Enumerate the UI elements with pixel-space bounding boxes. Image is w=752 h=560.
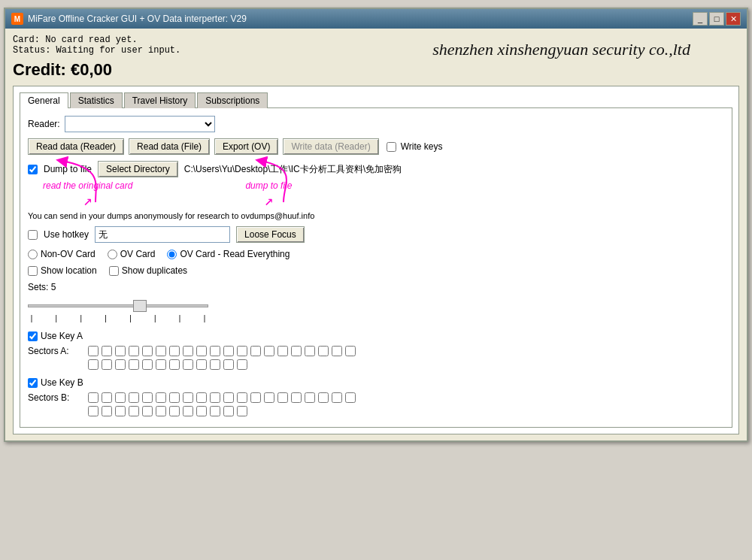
sector-b-10[interactable]: [210, 392, 220, 403]
sector-a-25[interactable]: [142, 359, 153, 370]
sector-b-3[interactable]: [115, 392, 126, 403]
sector-a-24[interactable]: [129, 359, 139, 370]
sector-a-27[interactable]: [169, 359, 180, 370]
sector-b-11[interactable]: [223, 392, 234, 403]
sector-b-20[interactable]: [345, 392, 356, 403]
sector-b-25[interactable]: [142, 406, 153, 416]
sector-b-29[interactable]: [196, 406, 207, 416]
tab-general[interactable]: General: [20, 92, 68, 108]
sector-b-31[interactable]: [223, 406, 234, 416]
hotkey-input[interactable]: 无: [95, 226, 230, 243]
sector-b-8[interactable]: [183, 392, 193, 403]
radio-non-ov: Non-OV Card: [28, 249, 96, 259]
show-location-checkbox[interactable]: [28, 266, 38, 276]
read-data-file-button[interactable]: Read data (File): [129, 138, 210, 155]
show-location-label: Show location: [41, 265, 97, 276]
show-duplicates-checkbox[interactable]: [109, 266, 119, 276]
sector-a-29[interactable]: [196, 359, 207, 370]
sector-a-17[interactable]: [305, 346, 315, 356]
sector-a-8[interactable]: [183, 346, 193, 356]
directory-path: C:\Users\Yu\Desktop\工作\IC卡分析工具资料\免加密狗: [184, 163, 402, 176]
sector-b-22[interactable]: [102, 406, 112, 416]
write-data-reader-button[interactable]: Write data (Reader): [283, 138, 378, 155]
sector-a-11[interactable]: [223, 346, 234, 356]
sector-a-14[interactable]: [264, 346, 274, 356]
sector-b-15[interactable]: [277, 392, 288, 403]
sector-a-18[interactable]: [318, 346, 329, 356]
sector-a-26[interactable]: [156, 359, 166, 370]
sector-b-16[interactable]: [291, 392, 302, 403]
loose-focus-button[interactable]: Loose Focus: [236, 226, 305, 243]
minimize-button[interactable]: _: [693, 12, 708, 26]
radio-ov-everything-input[interactable]: [167, 250, 177, 259]
use-key-a-row: Use Key A: [28, 331, 724, 341]
sector-a-13[interactable]: [250, 346, 261, 356]
sector-a-15[interactable]: [277, 346, 288, 356]
sector-b-21[interactable]: [88, 406, 99, 416]
use-key-a-checkbox[interactable]: [28, 331, 38, 341]
sector-a-5[interactable]: [142, 346, 153, 356]
sector-a-23[interactable]: [115, 359, 126, 370]
sector-b-18[interactable]: [318, 392, 329, 403]
sector-a-3[interactable]: [115, 346, 126, 356]
tab-statistics[interactable]: Statistics: [70, 92, 123, 108]
sector-b-13[interactable]: [250, 392, 261, 403]
sector-a-19[interactable]: [332, 346, 342, 356]
sector-a-6[interactable]: [156, 346, 166, 356]
sector-a-21[interactable]: [88, 359, 99, 370]
sector-b-6[interactable]: [156, 392, 166, 403]
sector-b-4[interactable]: [129, 392, 139, 403]
radio-ov-input[interactable]: [108, 250, 117, 259]
sector-b-32[interactable]: [237, 406, 247, 416]
sector-b-12[interactable]: [237, 392, 247, 403]
sector-a-22[interactable]: [102, 359, 112, 370]
sector-a-30[interactable]: [210, 359, 220, 370]
slider-ticks: | | | | | | | |: [28, 315, 208, 323]
read-data-reader-button[interactable]: Read data (Reader): [28, 138, 124, 155]
sector-a-9[interactable]: [196, 346, 207, 356]
sector-a-4[interactable]: [129, 346, 139, 356]
maximize-button[interactable]: □: [709, 12, 724, 26]
slider-thumb[interactable]: [133, 300, 147, 312]
use-hotkey-checkbox[interactable]: [28, 230, 38, 240]
sector-b-19[interactable]: [332, 392, 342, 403]
title-bar: M MiFare Offline Cracker GUI + OV Data i…: [5, 9, 747, 29]
tick-2: |: [54, 315, 59, 323]
radio-non-ov-input[interactable]: [28, 250, 38, 259]
sector-b-23[interactable]: [115, 406, 126, 416]
sector-b-9[interactable]: [196, 392, 207, 403]
sector-b-17[interactable]: [305, 392, 315, 403]
window-title: MiFare Offline Cracker GUI + OV Data int…: [28, 14, 247, 24]
sector-b-28[interactable]: [183, 406, 193, 416]
sector-b-14[interactable]: [264, 392, 274, 403]
select-directory-button[interactable]: Select Directory: [98, 161, 178, 177]
dump-to-file-checkbox[interactable]: [28, 165, 38, 174]
sector-a-7[interactable]: [169, 346, 180, 356]
sector-a-28[interactable]: [183, 359, 193, 370]
sector-b-5[interactable]: [142, 392, 153, 403]
hotkey-row: Use hotkey 无 Loose Focus: [28, 226, 724, 243]
sector-b-30[interactable]: [210, 406, 220, 416]
export-ov-button[interactable]: Export (OV): [214, 138, 278, 155]
reader-select[interactable]: [65, 116, 215, 132]
sector-b-7[interactable]: [169, 392, 180, 403]
sector-b-26[interactable]: [156, 406, 166, 416]
sector-b-2[interactable]: [102, 392, 112, 403]
tab-travel-history[interactable]: Travel History: [124, 92, 196, 108]
sector-a-12[interactable]: [237, 346, 247, 356]
use-key-b-checkbox[interactable]: [28, 378, 38, 388]
sector-a-1[interactable]: [88, 346, 99, 356]
sector-a-10[interactable]: [210, 346, 220, 356]
close-button[interactable]: ✕: [726, 12, 741, 26]
sector-a-31[interactable]: [223, 359, 234, 370]
sector-a-16[interactable]: [291, 346, 302, 356]
sector-b-1[interactable]: [88, 392, 99, 403]
sector-a-20[interactable]: [345, 346, 356, 356]
sector-b-27[interactable]: [169, 406, 180, 416]
sector-a-2[interactable]: [102, 346, 112, 356]
tab-subscriptions[interactable]: Subscriptions: [197, 92, 268, 108]
sector-a-32[interactable]: [237, 359, 247, 370]
sector-b-24[interactable]: [129, 406, 139, 416]
brand-text: shenzhen xinshengyuan security co.,ltd: [432, 40, 690, 59]
write-keys-checkbox[interactable]: [387, 142, 396, 152]
